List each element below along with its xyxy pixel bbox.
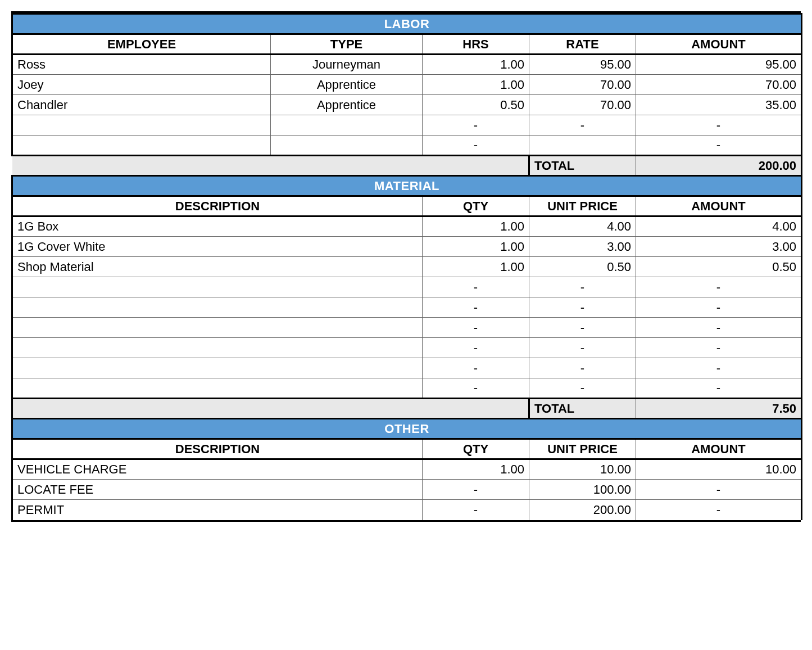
labor-header-employee: EMPLOYEE <box>12 34 271 55</box>
labor-rate-cell[interactable]: 95.00 <box>529 55 636 75</box>
material-description-cell[interactable] <box>12 318 423 338</box>
other-description-cell[interactable]: VEHICLE CHARGE <box>12 459 423 480</box>
material-header-description: DESCRIPTION <box>12 196 423 216</box>
material-amount-cell[interactable]: - <box>636 378 802 399</box>
other-unit-price-cell[interactable]: 10.00 <box>529 459 636 480</box>
material-amount-cell[interactable]: - <box>636 277 802 297</box>
material-unit-price-cell[interactable]: 3.00 <box>529 237 636 257</box>
material-amount-cell[interactable]: - <box>636 318 802 338</box>
labor-type-cell[interactable] <box>271 136 423 156</box>
labor-employee-cell[interactable] <box>12 136 271 156</box>
labor-amount-cell[interactable]: - <box>636 136 802 156</box>
material-unit-price-cell[interactable]: - <box>529 277 636 297</box>
other-description-cell[interactable]: PERMIT <box>12 500 423 520</box>
material-unit-price-cell[interactable]: 4.00 <box>529 216 636 237</box>
material-total-row: TOTAL 7.50 <box>12 399 802 419</box>
material-amount-cell[interactable]: 3.00 <box>636 237 802 257</box>
material-description-cell[interactable]: 1G Box <box>12 216 423 237</box>
labor-amount-cell[interactable]: - <box>636 115 802 136</box>
other-unit-price-cell[interactable]: 200.00 <box>529 500 636 520</box>
material-qty-cell[interactable]: 1.00 <box>423 216 529 237</box>
material-description-cell[interactable] <box>12 358 423 378</box>
material-description-cell[interactable]: 1G Cover White <box>12 237 423 257</box>
other-qty-cell[interactable]: 1.00 <box>423 459 529 480</box>
labor-header-rate: RATE <box>529 34 636 55</box>
other-amount-cell[interactable]: 10.00 <box>636 459 802 480</box>
material-description-cell[interactable] <box>12 338 423 358</box>
material-amount-cell[interactable]: - <box>636 297 802 318</box>
material-qty-cell[interactable]: 1.00 <box>423 257 529 277</box>
material-qty-cell[interactable]: - <box>423 338 529 358</box>
material-amount-cell[interactable]: 4.00 <box>636 216 802 237</box>
other-amount-cell[interactable]: - <box>636 480 802 500</box>
labor-amount-cell[interactable]: 35.00 <box>636 95 802 115</box>
labor-amount-cell[interactable]: 70.00 <box>636 75 802 95</box>
material-qty-cell[interactable]: - <box>423 318 529 338</box>
labor-rate-cell[interactable]: 70.00 <box>529 95 636 115</box>
labor-type-cell[interactable]: Apprentice <box>271 75 423 95</box>
material-header-amount: AMOUNT <box>636 196 802 216</box>
material-description-cell[interactable]: Shop Material <box>12 257 423 277</box>
labor-hrs-cell[interactable]: 0.50 <box>423 95 529 115</box>
labor-hrs-cell[interactable]: - <box>423 115 529 136</box>
labor-total-label: TOTAL <box>529 156 636 176</box>
material-row: - - - <box>12 297 802 318</box>
material-unit-price-cell[interactable]: - <box>529 297 636 318</box>
material-unit-price-cell[interactable]: - <box>529 338 636 358</box>
material-amount-cell[interactable]: 0.50 <box>636 257 802 277</box>
material-total-label: TOTAL <box>529 399 636 419</box>
invoice-sheet: LABOR EMPLOYEE TYPE HRS RATE AMOUNT Ross… <box>11 11 801 522</box>
labor-hrs-cell[interactable]: 1.00 <box>423 55 529 75</box>
material-qty-cell[interactable]: 1.00 <box>423 237 529 257</box>
other-header-amount: AMOUNT <box>636 439 802 459</box>
material-unit-price-cell[interactable]: - <box>529 318 636 338</box>
material-unit-price-cell[interactable]: - <box>529 378 636 399</box>
labor-rate-cell[interactable] <box>529 136 636 156</box>
material-row: - - - <box>12 277 802 297</box>
labor-header-type: TYPE <box>271 34 423 55</box>
labor-employee-cell[interactable] <box>12 115 271 136</box>
other-qty-cell[interactable]: - <box>423 500 529 520</box>
labor-employee-cell[interactable]: Joey <box>12 75 271 95</box>
material-description-cell[interactable] <box>12 378 423 399</box>
labor-type-cell[interactable]: Journeyman <box>271 55 423 75</box>
labor-rate-cell[interactable]: 70.00 <box>529 75 636 95</box>
other-row: LOCATE FEE - 100.00 - <box>12 480 802 500</box>
other-description-cell[interactable]: LOCATE FEE <box>12 480 423 500</box>
material-unit-price-cell[interactable]: - <box>529 358 636 378</box>
material-header-qty: QTY <box>423 196 529 216</box>
material-row: - - - <box>12 378 802 399</box>
labor-hrs-cell[interactable]: 1.00 <box>423 75 529 95</box>
labor-employee-cell[interactable]: Ross <box>12 55 271 75</box>
labor-type-cell[interactable] <box>271 115 423 136</box>
material-description-cell[interactable] <box>12 297 423 318</box>
material-description-cell[interactable] <box>12 277 423 297</box>
other-header-qty: QTY <box>423 439 529 459</box>
labor-total-value: 200.00 <box>636 156 802 176</box>
material-unit-price-cell[interactable]: 0.50 <box>529 257 636 277</box>
labor-total-row: TOTAL 200.00 <box>12 156 802 176</box>
labor-type-cell[interactable]: Apprentice <box>271 95 423 115</box>
labor-employee-cell[interactable]: Chandler <box>12 95 271 115</box>
material-row: 1G Box 1.00 4.00 4.00 <box>12 216 802 237</box>
other-header-description: DESCRIPTION <box>12 439 423 459</box>
other-section-title: OTHER <box>12 419 802 439</box>
labor-rate-cell[interactable]: - <box>529 115 636 136</box>
material-qty-cell[interactable]: - <box>423 378 529 399</box>
other-unit-price-cell[interactable]: 100.00 <box>529 480 636 500</box>
labor-hrs-cell[interactable]: - <box>423 136 529 156</box>
material-amount-cell[interactable]: - <box>636 358 802 378</box>
other-qty-cell[interactable]: - <box>423 480 529 500</box>
other-row: VEHICLE CHARGE 1.00 10.00 10.00 <box>12 459 802 480</box>
other-amount-cell[interactable]: - <box>636 500 802 520</box>
material-row: 1G Cover White 1.00 3.00 3.00 <box>12 237 802 257</box>
material-qty-cell[interactable]: - <box>423 297 529 318</box>
labor-amount-cell[interactable]: 95.00 <box>636 55 802 75</box>
material-qty-cell[interactable]: - <box>423 358 529 378</box>
material-header-unit-price: UNIT PRICE <box>529 196 636 216</box>
material-amount-cell[interactable]: - <box>636 338 802 358</box>
material-section-title: MATERIAL <box>12 176 802 196</box>
other-row: PERMIT - 200.00 - <box>12 500 802 520</box>
material-total-value: 7.50 <box>636 399 802 419</box>
material-qty-cell[interactable]: - <box>423 277 529 297</box>
